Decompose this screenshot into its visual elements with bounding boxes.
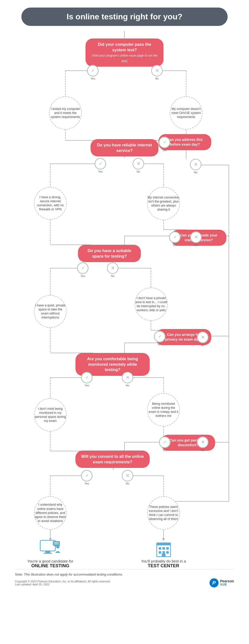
- page-title: Is online testing right for you?: [31, 12, 218, 21]
- updated-text: Last updated: April 25, 2022: [15, 583, 111, 586]
- q3-no-node: ✕ No: [190, 159, 201, 174]
- q1-no-node: ✕ No: [151, 65, 163, 80]
- q7-no-circle: ✕: [122, 372, 133, 383]
- q6-no-circle: ✕: [197, 332, 209, 343]
- q8-yes-label: Yes: [162, 449, 167, 452]
- svg-rect-70: [159, 547, 161, 550]
- q6-yes-node: ✓ Yes: [154, 331, 165, 346]
- q5-yes-circle: ✓: [77, 262, 89, 274]
- footer-note: Note: This illustration does not apply f…: [15, 573, 234, 576]
- footer-bottom: Copyright © 2022 Pearson Education, Inc.…: [15, 578, 234, 587]
- pearson-brand-vue: VUE: [220, 583, 234, 586]
- q9-box: Will you consent to all the online exam …: [75, 451, 150, 468]
- q3-yes-node: ✓ Yes: [159, 137, 170, 152]
- online-strong: ONLINE TESTING: [25, 563, 75, 569]
- q2-box: Do you have reliable internet service?: [91, 139, 158, 156]
- q8-no-circle: ✕: [197, 436, 209, 448]
- q7-yes-label: Yes: [85, 384, 89, 387]
- q7-yes-circle: ✓: [81, 372, 93, 383]
- outcome-online: You're a good candidate for ONLINE TESTI…: [25, 539, 75, 569]
- pearson-p-icon: P: [210, 578, 219, 587]
- copyright-text: Copyright © 2022 Pearson Education, Inc.…: [15, 580, 111, 583]
- q5-box: Do you have a suitable space for testing…: [78, 245, 141, 262]
- footer-copyright-area: Copyright © 2022 Pearson Education, Inc.…: [15, 580, 111, 586]
- q4-no-label: No: [194, 244, 198, 247]
- q1-yes-circle: ✓: [87, 65, 99, 76]
- q9-no-circle: ✕: [122, 470, 133, 481]
- q9-yes-circle: ✓: [81, 470, 93, 481]
- bubble-b9: These policies seem excessive and I don'…: [147, 496, 180, 530]
- q1-no-circle: ✕: [151, 65, 163, 76]
- q6-yes-label: Yes: [157, 343, 162, 346]
- bubble-b4: My internet connection isn't the greates…: [147, 187, 180, 220]
- q6-no-label: No: [201, 344, 204, 347]
- q4-no-circle: ✕: [190, 231, 202, 243]
- q7-no-node: ✕ No: [122, 372, 133, 387]
- q2-no-node: ✕ No: [133, 158, 144, 173]
- q4-yes-circle: ✓: [169, 231, 181, 243]
- q4-yes-label: Yes: [173, 244, 177, 247]
- svg-rect-74: [162, 551, 165, 554]
- q1-box: Did your computer pass the system test? …: [86, 38, 163, 67]
- bubble-b10: I understand why online exams have diffe…: [34, 496, 67, 530]
- svg-rect-69: [157, 543, 171, 545]
- q2-no-circle: ✕: [133, 158, 144, 170]
- center-label: You'll probably do best in a: [138, 559, 189, 563]
- q3-yes-label: Yes: [162, 149, 167, 152]
- svg-rect-76: [162, 554, 165, 557]
- q9-no-node: ✕ No: [122, 470, 133, 485]
- bubble-b3: I have a strong, secure internet connect…: [34, 187, 67, 220]
- svg-rect-61: [45, 551, 50, 553]
- outcome-center: You'll probably do best in a TEST CENTER: [138, 539, 189, 569]
- q9-yes-node: ✓ Yes: [81, 470, 93, 485]
- q1-no-label: No: [155, 77, 159, 80]
- footer: Note: This illustration does not apply f…: [15, 569, 234, 587]
- title-box: Is online testing right for you?: [21, 8, 228, 26]
- q8-yes-node: ✓ Yes: [159, 436, 171, 452]
- online-icon: [39, 539, 62, 558]
- bubble-b8: I don't mind being monitored in my perso…: [34, 398, 67, 431]
- bubble-b6: I have a quiet, private space to take th…: [34, 295, 67, 328]
- pearson-brand-text: Pearson VUE: [220, 579, 234, 587]
- q2-no-label: No: [137, 170, 140, 173]
- svg-rect-75: [166, 551, 169, 554]
- q5-no-label: No: [111, 274, 114, 277]
- bubble-b5: I don't have a private area to test in..…: [135, 288, 168, 321]
- q5-yes-label: Yes: [80, 274, 85, 277]
- q5-no-node: ✕ No: [107, 262, 118, 277]
- bubble-b7: Being monitored online during the exam i…: [147, 393, 180, 426]
- flowchart: Did your computer pass the system test? …: [15, 31, 234, 559]
- page-wrapper: Is online testing right for you?: [0, 8, 249, 597]
- q5-yes-node: ✓ Yes: [77, 262, 89, 277]
- q9-yes-label: Yes: [85, 482, 89, 485]
- q2-yes-label: Yes: [98, 170, 103, 173]
- q4-yes-node: ✓ Yes: [169, 231, 181, 247]
- q8-yes-circle: ✓: [159, 436, 171, 448]
- q3-yes-circle: ✓: [159, 137, 170, 148]
- q8-no-label: No: [201, 449, 204, 452]
- q5-no-circle: ✕: [107, 262, 118, 274]
- q1-yes-node: ✓ Yes: [87, 65, 99, 80]
- bubble-b2: My computer doesn't meet OnVUE system re…: [170, 96, 202, 130]
- q7-yes-node: ✓ Yes: [81, 372, 93, 387]
- q3-no-circle: ✕: [190, 159, 201, 170]
- svg-rect-62: [44, 553, 52, 554]
- q2-yes-node: ✓ Yes: [95, 158, 106, 173]
- online-label: You're a good candidate for: [25, 559, 75, 563]
- building-icon: [154, 539, 173, 558]
- q9-no-label: No: [126, 482, 129, 485]
- q3-no-label: No: [194, 171, 197, 174]
- q8-no-node: ✕ No: [197, 436, 209, 452]
- svg-rect-71: [162, 547, 165, 550]
- center-strong: TEST CENTER: [138, 563, 189, 569]
- q2-yes-circle: ✓: [95, 158, 106, 170]
- q6-no-node: ✕ No: [197, 332, 209, 347]
- svg-rect-73: [159, 551, 161, 554]
- svg-rect-72: [166, 547, 169, 550]
- q6-yes-circle: ✓: [154, 331, 165, 342]
- q7-no-label: No: [126, 384, 129, 387]
- q1-yes-label: Yes: [91, 77, 95, 80]
- pearson-logo: P Pearson VUE: [210, 578, 234, 587]
- svg-rect-64: [53, 541, 60, 546]
- bubble-b1: I tested my computer and it meets the sy…: [49, 96, 82, 130]
